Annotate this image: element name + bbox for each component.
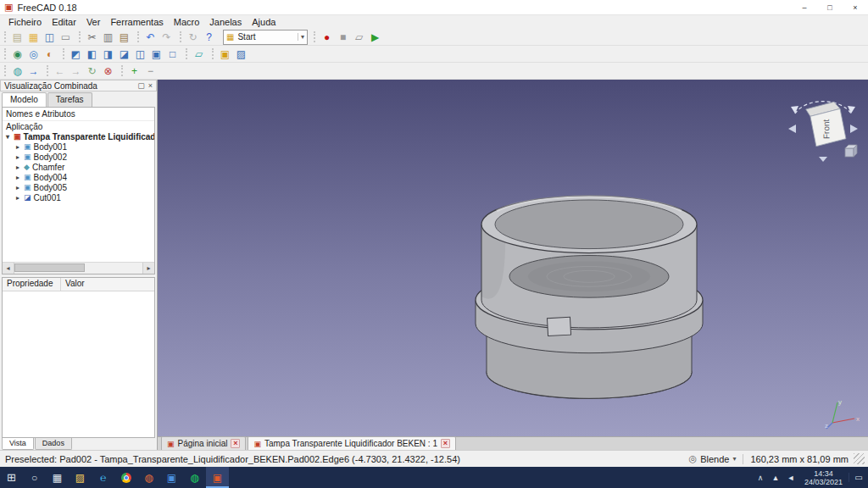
front-view-button[interactable]: ◧ bbox=[84, 47, 100, 62]
freecad-taskbar-icon[interactable]: ▣ bbox=[206, 467, 229, 488]
expander-icon[interactable]: ▸ bbox=[14, 143, 21, 151]
axonometric-view-button[interactable]: ◩ bbox=[68, 47, 84, 62]
close-tab-icon[interactable]: × bbox=[441, 439, 450, 448]
menu-item[interactable]: Ficheiro bbox=[3, 17, 47, 27]
execute-macro-button[interactable]: ▶ bbox=[367, 30, 383, 45]
document-tab[interactable]: ▣ Tampa Transparente Liquidificador BEKE… bbox=[248, 436, 456, 450]
menu-item[interactable]: Ferramentas bbox=[105, 17, 168, 27]
start-button[interactable]: ⊞ bbox=[0, 467, 23, 488]
tree-item-document[interactable]: ▾ ▣ Tampa Transparente Liquidificador BE… bbox=[3, 131, 154, 141]
open-file-button[interactable]: ▦ bbox=[25, 30, 42, 45]
maximize-button[interactable]: □ bbox=[817, 0, 843, 14]
top-view-button[interactable]: ◨ bbox=[100, 47, 116, 62]
volume-icon[interactable]: ◄ bbox=[783, 474, 798, 482]
create-part-button[interactable]: ▣ bbox=[217, 47, 233, 62]
tree-item[interactable]: ▸ ◆ Chamfer bbox=[3, 162, 154, 172]
network-icon[interactable]: ▲ bbox=[768, 474, 783, 482]
zoom-in-button[interactable]: + bbox=[126, 64, 142, 79]
close-button[interactable]: × bbox=[843, 0, 868, 14]
undo-button[interactable]: ↶ bbox=[142, 30, 159, 45]
file-explorer-icon[interactable]: ▨ bbox=[69, 467, 92, 488]
menu-item[interactable]: Macro bbox=[169, 17, 205, 27]
stop-load-button[interactable]: ⊗ bbox=[100, 64, 116, 79]
measure-distance-button[interactable]: ▱ bbox=[191, 47, 207, 62]
fit-all-button[interactable]: ◉ bbox=[9, 47, 25, 62]
tree-item-application[interactable]: Aplicação bbox=[3, 121, 154, 131]
spotify-icon[interactable]: ◍ bbox=[183, 467, 206, 488]
float-panel-button[interactable]: ▢ bbox=[137, 81, 145, 90]
workbench-selector[interactable]: ▦ Start ▾ bbox=[223, 30, 308, 45]
back-button[interactable]: ← bbox=[52, 64, 68, 79]
rear-view-button[interactable]: ◫ bbox=[132, 47, 148, 62]
stop-macro-button[interactable]: ■ bbox=[335, 30, 351, 45]
copy-button[interactable]: ▥ bbox=[100, 30, 116, 45]
expander-icon[interactable]: ▸ bbox=[14, 153, 21, 161]
scrollbar-thumb[interactable] bbox=[14, 263, 85, 272]
cut-button[interactable]: ✂ bbox=[84, 30, 100, 45]
close-tab-icon[interactable]: × bbox=[231, 439, 240, 448]
scroll-left-arrow[interactable]: ◂ bbox=[3, 263, 14, 274]
whats-this-button[interactable]: ? bbox=[201, 30, 217, 45]
macros-dialog-button[interactable]: ▱ bbox=[351, 30, 367, 45]
3d-viewport[interactable]: Front x y z bbox=[158, 80, 868, 436]
left-view-button[interactable]: □ bbox=[164, 47, 181, 62]
refresh-page-button[interactable]: ↻ bbox=[84, 64, 100, 79]
expander-icon[interactable]: ▸ bbox=[14, 194, 21, 202]
refresh-button[interactable]: ↻ bbox=[185, 30, 201, 45]
property-view-tab[interactable]: Vista bbox=[2, 438, 34, 450]
redo-button[interactable]: ↷ bbox=[159, 30, 175, 45]
status-bar: Preselected: Pad002 - Tampa_Transparente… bbox=[0, 450, 868, 467]
property-list[interactable] bbox=[3, 291, 154, 437]
tree-horizontal-scrollbar[interactable]: ◂ ▸ bbox=[3, 262, 154, 274]
app-icon-blue[interactable]: ▣ bbox=[160, 467, 183, 488]
chevron-down-icon: ▾ bbox=[298, 33, 304, 41]
edge-icon[interactable]: ℮ bbox=[92, 467, 114, 488]
right-view-button[interactable]: ◪ bbox=[116, 47, 132, 62]
bottom-view-button[interactable]: ▣ bbox=[148, 47, 164, 62]
zoom-selection-button[interactable]: ◎ bbox=[25, 47, 42, 62]
draw-style-button[interactable]: ◐ bbox=[42, 47, 58, 62]
workbench-icon: ▦ bbox=[226, 32, 234, 42]
menu-item[interactable]: Janelas bbox=[204, 17, 247, 27]
expander-icon[interactable]: ▸ bbox=[14, 164, 21, 171]
chrome-icon[interactable] bbox=[114, 467, 137, 488]
task-view-icon[interactable]: ▦ bbox=[46, 467, 69, 488]
taskbar-clock[interactable]: 14:34 24/03/2021 bbox=[798, 469, 849, 486]
save-button[interactable]: ◫ bbox=[42, 30, 58, 45]
menu-item[interactable]: Ver bbox=[81, 17, 106, 27]
browser-icon[interactable]: ◍ bbox=[137, 467, 160, 488]
open-browser-button[interactable]: → bbox=[25, 64, 42, 79]
create-group-button[interactable]: ▨ bbox=[233, 47, 249, 62]
open-website-button[interactable]: ◍ bbox=[9, 64, 25, 79]
tree-item[interactable]: ▸ ▣ Body004 bbox=[3, 172, 154, 182]
close-panel-button[interactable]: × bbox=[148, 81, 153, 90]
scroll-right-arrow[interactable]: ▸ bbox=[142, 263, 154, 274]
zoom-out-button[interactable]: − bbox=[142, 64, 159, 79]
hidden-icons-chevron[interactable]: ∧ bbox=[753, 474, 768, 482]
forward-button[interactable]: → bbox=[68, 64, 84, 79]
expander-icon[interactable]: ▾ bbox=[4, 133, 11, 141]
panel-tab[interactable]: Tarefas bbox=[47, 92, 92, 107]
tree-item[interactable]: ▸ ▣ Body002 bbox=[3, 152, 154, 162]
record-macro-button[interactable]: ● bbox=[319, 30, 335, 45]
resize-grip[interactable] bbox=[854, 453, 865, 464]
scrollbar-track[interactable] bbox=[14, 263, 142, 274]
document-tab[interactable]: ▣ Página inicial × bbox=[161, 436, 246, 450]
menu-item[interactable]: Ajuda bbox=[247, 17, 281, 27]
new-file-button[interactable]: ▤ bbox=[9, 30, 25, 45]
expander-icon[interactable]: ▸ bbox=[14, 184, 21, 191]
tree-item[interactable]: ▸ ◪ Cut001 bbox=[3, 192, 154, 202]
navigation-style-selector[interactable]: ◎ Blende ▾ bbox=[682, 453, 743, 464]
menu-item[interactable]: Editar bbox=[47, 17, 81, 27]
search-icon[interactable]: ○ bbox=[23, 467, 46, 488]
tree-item[interactable]: ▸ ▣ Body001 bbox=[3, 141, 154, 152]
print-button[interactable]: ▭ bbox=[58, 30, 74, 45]
minimize-button[interactable]: – bbox=[792, 0, 817, 14]
navigation-cube[interactable]: Front bbox=[785, 85, 861, 165]
tree-item[interactable]: ▸ ▣ Body005 bbox=[3, 182, 154, 192]
paste-button[interactable]: ▤ bbox=[116, 30, 132, 45]
panel-tab[interactable]: Modelo bbox=[2, 92, 47, 107]
expander-icon[interactable]: ▸ bbox=[14, 174, 21, 181]
action-center-icon[interactable]: ▭ bbox=[849, 473, 868, 482]
property-view-tab[interactable]: Dados bbox=[35, 438, 72, 450]
